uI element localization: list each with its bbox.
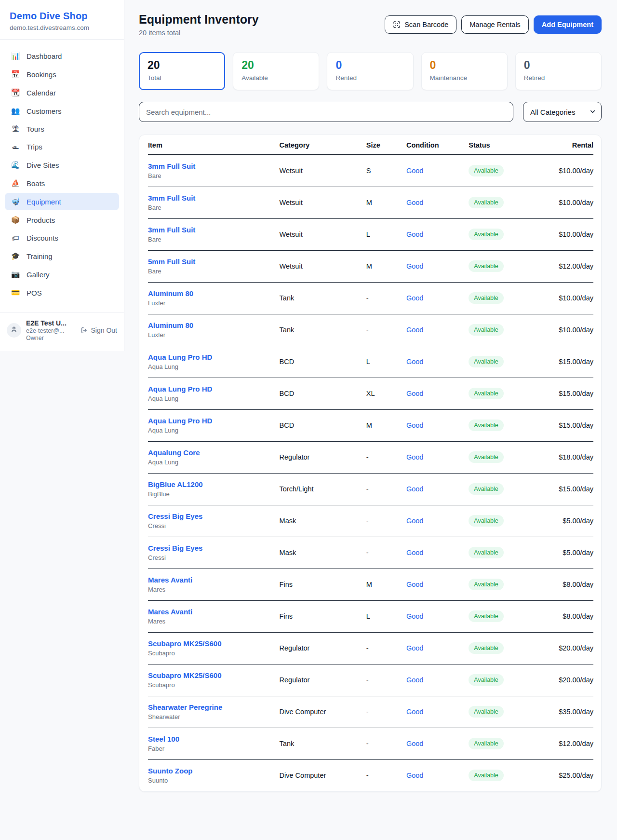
condition-link[interactable]: Good xyxy=(406,708,423,716)
cell-condition: Good xyxy=(406,696,469,728)
sidebar-item-trips[interactable]: 🛥Trips xyxy=(5,138,119,155)
condition-link[interactable]: Good xyxy=(406,390,423,397)
sign-out-button[interactable]: Sign Out xyxy=(80,326,117,334)
cell-size: - xyxy=(366,664,406,696)
condition-link[interactable]: Good xyxy=(406,262,423,270)
search-input[interactable] xyxy=(139,102,513,122)
sidebar-item-bookings[interactable]: 📅Bookings xyxy=(5,66,119,83)
status-badge: Available xyxy=(469,356,504,367)
item-name-link[interactable]: Aqualung Core xyxy=(148,448,280,457)
condition-link[interactable]: Good xyxy=(406,740,423,747)
item-name-link[interactable]: Cressi Big Eyes xyxy=(148,512,280,520)
cell-item: Steel 100Faber xyxy=(148,728,280,760)
item-name-link[interactable]: BigBlue AL1200 xyxy=(148,480,280,488)
condition-link[interactable]: Good xyxy=(406,644,423,652)
item-name-link[interactable]: Aqua Lung Pro HD xyxy=(148,353,280,361)
main-content: Equipment Inventory 20 items total Scan … xyxy=(124,0,617,802)
condition-link[interactable]: Good xyxy=(406,612,423,620)
category-select[interactable]: All Categories xyxy=(523,102,602,122)
item-name-link[interactable]: Aluminum 80 xyxy=(148,289,280,298)
cell-status: Available xyxy=(469,155,540,187)
condition-link[interactable]: Good xyxy=(406,676,423,684)
condition-link[interactable]: Good xyxy=(406,549,423,556)
sidebar-item-calendar[interactable]: 📆Calendar xyxy=(5,84,119,101)
item-name-link[interactable]: Steel 100 xyxy=(148,735,280,743)
item-name-link[interactable]: Aqua Lung Pro HD xyxy=(148,417,280,425)
sidebar-item-pos[interactable]: 💳POS xyxy=(5,284,119,301)
cell-category: Regulator xyxy=(280,442,366,474)
cell-rental: $18.00/day xyxy=(540,442,593,474)
item-name-link[interactable]: Scubapro MK25/S600 xyxy=(148,639,280,648)
cell-size: XL xyxy=(366,378,406,410)
sidebar-item-boats[interactable]: ⛵Boats xyxy=(5,175,119,192)
scan-barcode-button[interactable]: Scan Barcode xyxy=(385,15,456,34)
condition-link[interactable]: Good xyxy=(406,199,423,206)
manage-rentals-button[interactable]: Manage Rentals xyxy=(461,15,529,34)
stat-card-available[interactable]: 20Available xyxy=(233,52,319,90)
item-brand: BigBlue xyxy=(148,490,280,498)
sidebar-item-gallery[interactable]: 📷Gallery xyxy=(5,266,119,283)
cell-rental: $12.00/day xyxy=(540,251,593,283)
condition-link[interactable]: Good xyxy=(406,167,423,175)
cell-rental: $15.00/day xyxy=(540,474,593,505)
item-name-link[interactable]: Suunto Zoop xyxy=(148,767,280,775)
item-name-link[interactable]: 5mm Full Suit xyxy=(148,257,280,266)
cell-status: Available xyxy=(469,633,540,664)
add-equipment-button[interactable]: Add Equipment xyxy=(534,15,602,34)
column-header-rental: Rental xyxy=(540,135,593,155)
stat-card-maintenance[interactable]: 0Maintenance xyxy=(421,52,508,90)
calendar-pad-icon: 📆 xyxy=(11,88,20,97)
item-brand: Cressi xyxy=(148,522,280,529)
condition-link[interactable]: Good xyxy=(406,581,423,588)
sidebar-item-tours[interactable]: 🏝Tours xyxy=(5,121,119,137)
sidebar-item-dashboard[interactable]: 📊Dashboard xyxy=(5,47,119,65)
cell-size: - xyxy=(366,633,406,664)
condition-link[interactable]: Good xyxy=(406,421,423,429)
item-name-link[interactable]: Aqua Lung Pro HD xyxy=(148,385,280,393)
sidebar-item-training[interactable]: 🎓Training xyxy=(5,247,119,265)
condition-link[interactable]: Good xyxy=(406,326,423,334)
stat-card-retired[interactable]: 0Retired xyxy=(515,52,602,90)
cell-rental: $25.00/day xyxy=(540,760,593,792)
condition-link[interactable]: Good xyxy=(406,517,423,525)
status-badge: Available xyxy=(469,706,504,718)
sidebar-item-dive-sites[interactable]: 🌊Dive Sites xyxy=(5,156,119,174)
sidebar-item-discounts[interactable]: 🏷Discounts xyxy=(5,230,119,246)
stat-value: 20 xyxy=(148,59,216,72)
item-name-link[interactable]: 3mm Full Suit xyxy=(148,194,280,202)
cell-status: Available xyxy=(469,346,540,378)
stat-card-total[interactable]: 20Total xyxy=(139,52,225,90)
item-name-link[interactable]: Scubapro MK25/S600 xyxy=(148,671,280,679)
sidebar-item-products[interactable]: 📦Products xyxy=(5,211,119,229)
cell-item: Suunto ZoopSuunto xyxy=(148,760,280,792)
cell-rental: $10.00/day xyxy=(540,219,593,251)
cell-condition: Good xyxy=(406,505,469,537)
stats-row: 20Total20Available0Rented0Maintenance0Re… xyxy=(139,52,602,90)
item-brand: Luxfer xyxy=(148,331,280,339)
item-name-link[interactable]: Mares Avanti xyxy=(148,608,280,616)
condition-link[interactable]: Good xyxy=(406,294,423,302)
sidebar-item-customers[interactable]: 👥Customers xyxy=(5,102,119,120)
item-name-link[interactable]: Aluminum 80 xyxy=(148,321,280,329)
condition-link[interactable]: Good xyxy=(406,230,423,238)
item-name-link[interactable]: Mares Avanti xyxy=(148,576,280,584)
cell-size: - xyxy=(366,505,406,537)
stat-card-rented[interactable]: 0Rented xyxy=(327,52,413,90)
condition-link[interactable]: Good xyxy=(406,453,423,461)
item-name-link[interactable]: Shearwater Peregrine xyxy=(148,703,280,711)
item-brand: Suunto xyxy=(148,777,280,784)
condition-link[interactable]: Good xyxy=(406,772,423,779)
condition-link[interactable]: Good xyxy=(406,358,423,366)
cell-item: BigBlue AL1200BigBlue xyxy=(148,474,280,505)
condition-link[interactable]: Good xyxy=(406,485,423,493)
item-name-link[interactable]: 3mm Full Suit xyxy=(148,162,280,170)
sidebar-item-label: Boats xyxy=(27,179,45,188)
item-name-link[interactable]: Cressi Big Eyes xyxy=(148,544,280,552)
sidebar-item-equipment[interactable]: 🤿Equipment xyxy=(5,193,119,210)
stat-label: Total xyxy=(148,74,216,81)
item-name-link[interactable]: 3mm Full Suit xyxy=(148,226,280,234)
cell-rental: $15.00/day xyxy=(540,378,593,410)
item-brand: Bare xyxy=(148,236,280,243)
wave-icon: 🌊 xyxy=(11,161,20,169)
status-badge: Available xyxy=(469,770,504,781)
